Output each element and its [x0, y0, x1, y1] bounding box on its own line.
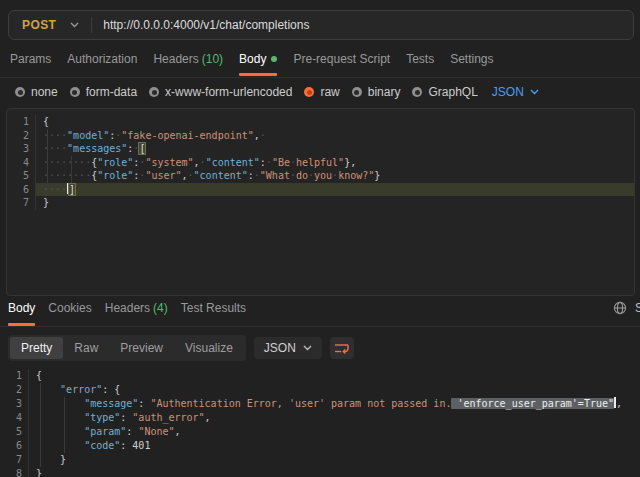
response-headers-count-badge: (4) [153, 301, 168, 315]
line-number: 2 [7, 129, 35, 143]
code-line[interactable]: 2····"model":·"fake-openai-endpoint",· [7, 129, 634, 143]
code-token: : [102, 384, 114, 395]
status-label-clipped: S [635, 301, 640, 315]
tab-pre-request-script[interactable]: Pre-request Script [293, 52, 390, 66]
mode-graphql[interactable]: GraphQL [412, 85, 477, 99]
chevron-down-icon [530, 89, 539, 95]
tab-body[interactable]: Body [239, 52, 277, 66]
indent-guide [64, 397, 65, 453]
radio-icon [15, 87, 25, 97]
code-token: : [120, 412, 132, 423]
line-number: 3 [7, 142, 35, 156]
line-number: 1 [7, 115, 35, 129]
wrap-lines-icon [334, 342, 349, 355]
code-line[interactable]: 6 "code": 401 [0, 439, 640, 453]
view-raw[interactable]: Raw [63, 337, 109, 359]
line-number: 5 [0, 425, 28, 439]
code-token: ] [69, 184, 75, 195]
code-token: "role" [97, 170, 133, 181]
view-preview[interactable]: Preview [109, 337, 174, 359]
code-line[interactable]: 7} [7, 196, 634, 210]
code-token: : [126, 426, 138, 437]
code-token: }, [344, 157, 356, 168]
code-token: "messages" [67, 143, 127, 154]
tab-params[interactable]: Params [10, 52, 51, 66]
code-token [36, 426, 84, 437]
response-body-viewer[interactable]: 1{2 "error": {3 "message": "Authenticati… [0, 367, 640, 477]
code-line[interactable]: 1{ [0, 369, 640, 383]
mode-raw[interactable]: raw [304, 85, 339, 99]
code-line[interactable]: 2 "error": { [0, 383, 640, 397]
line-number: 6 [0, 439, 28, 453]
code-line[interactable]: 7 } [0, 453, 640, 467]
code-token [36, 440, 84, 451]
mode-none[interactable]: none [15, 85, 58, 99]
code-token: do [296, 170, 308, 181]
code-line[interactable]: 4 "type": "auth_error", [0, 411, 640, 425]
tab-authorization[interactable]: Authorization [67, 52, 137, 66]
code-token: "message" [84, 398, 138, 409]
method-selector[interactable]: POST [9, 18, 70, 32]
radio-icon [412, 87, 422, 97]
code-token: "What [260, 170, 290, 181]
code-token: you [314, 170, 332, 181]
code-token: , [616, 398, 622, 409]
response-toolbar: Pretty Raw Preview Visualize JSON [8, 335, 640, 361]
chevron-down-icon [303, 345, 312, 351]
code-token: helpful" [296, 157, 344, 168]
body-modified-dot [271, 56, 277, 62]
code-line[interactable]: 5········{"role":·"user",·"content":·"Wh… [7, 169, 634, 183]
radio-icon [352, 87, 362, 97]
code-token: 401 [132, 440, 150, 451]
code-token [36, 398, 84, 409]
code-line[interactable]: 1{ [7, 115, 634, 129]
indent-guide [71, 156, 72, 183]
code-token: [ [139, 143, 145, 154]
tab-headers[interactable]: Headers(10) [153, 52, 223, 66]
code-token: , [175, 426, 181, 437]
code-line[interactable]: 5 "param": "None", [0, 425, 640, 439]
indent-guide [47, 129, 48, 197]
chevron-down-icon[interactable] [70, 22, 79, 28]
code-token [36, 412, 84, 423]
code-line[interactable]: 3 "message": "Authentication Error, 'use… [0, 397, 640, 411]
globe-icon[interactable] [613, 301, 627, 315]
code-token: "Authentication Error, 'user' param not … [150, 398, 451, 409]
response-language-select[interactable]: JSON [254, 337, 322, 359]
code-token: "model" [67, 130, 109, 141]
code-token: } [43, 197, 49, 208]
wrap-text-button[interactable] [330, 337, 354, 359]
line-number: 5 [7, 169, 35, 183]
code-token: "system" [145, 157, 193, 168]
code-line[interactable]: 4········{"role":·"system",·"content":·"… [7, 156, 634, 170]
raw-language-select[interactable]: JSON [492, 85, 539, 99]
code-line[interactable]: 8} [0, 467, 640, 477]
url-input[interactable]: http://0.0.0.0:4000/v1/chat/completions [103, 18, 309, 32]
line-number: 8 [0, 467, 28, 477]
code-token: : [138, 398, 150, 409]
code-token: "content" [206, 157, 260, 168]
response-tab-body[interactable]: Body [8, 301, 35, 315]
code-token: "role" [97, 157, 133, 168]
mode-x-www-form-urlencoded[interactable]: x-www-form-urlencoded [149, 85, 292, 99]
code-token: : [120, 440, 132, 451]
mode-binary[interactable]: binary [352, 85, 401, 99]
code-line[interactable]: 3····"messages":·[ [7, 142, 634, 156]
line-number: 1 [0, 369, 28, 383]
radio-icon [70, 87, 80, 97]
code-token: "auth_error" [132, 412, 204, 423]
mode-form-data[interactable]: form-data [70, 85, 137, 99]
code-token: · [260, 130, 266, 141]
response-tab-headers[interactable]: Headers(4) [105, 301, 168, 315]
tab-settings[interactable]: Settings [450, 52, 493, 66]
response-tab-cookies[interactable]: Cookies [48, 301, 91, 315]
request-body-editor[interactable]: 1{2····"model":·"fake-openai-endpoint",·… [6, 108, 635, 296]
line-number: 4 [7, 156, 35, 170]
code-token: { [114, 384, 120, 395]
view-visualize[interactable]: Visualize [174, 337, 244, 359]
line-number: 2 [0, 383, 28, 397]
tab-tests[interactable]: Tests [406, 52, 434, 66]
code-line[interactable]: 6····] [7, 183, 634, 197]
view-pretty[interactable]: Pretty [10, 337, 63, 359]
response-tab-test-results[interactable]: Test Results [181, 301, 246, 315]
